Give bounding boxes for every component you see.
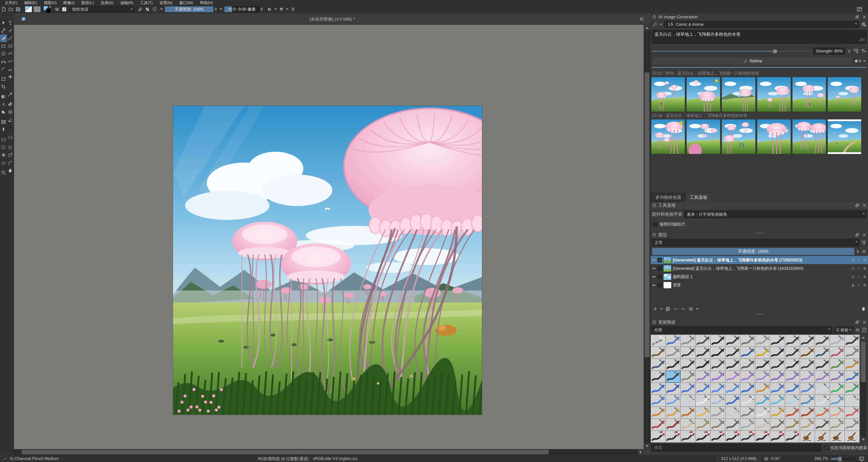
wrap-around-mode-button[interactable] [289, 6, 297, 13]
tool-multibrush[interactable] [7, 65, 14, 73]
brush-preset-3-12[interactable] [830, 371, 845, 382]
strength-slider-handle[interactable] [773, 49, 777, 53]
brush-preset-0-13[interactable] [845, 335, 860, 347]
tool-select-similar[interactable] [7, 151, 14, 159]
mirror-horizontal-button[interactable] [266, 6, 273, 13]
brush-preset-3-2[interactable] [681, 371, 695, 382]
brush-preset-1-11[interactable] [815, 347, 830, 359]
brush-preset-5-11[interactable] [815, 395, 830, 407]
menu-item-3[interactable]: 图像(I) [60, 0, 78, 6]
brush-preset-0-0[interactable] [651, 335, 665, 347]
brush-preset-0-12[interactable] [830, 335, 845, 347]
inherit-alpha-icon[interactable]: α [857, 258, 861, 262]
layer-thumbnail[interactable] [663, 257, 672, 264]
history-thumbnail-0-2[interactable] [722, 77, 755, 112]
swap-colors-icon[interactable]: ⇅ [49, 5, 51, 9]
blending-mode-dropdown[interactable]: 线性加深 [70, 6, 135, 12]
brush-preset-1-0[interactable] [651, 347, 665, 359]
brush-preset-8-12[interactable] [830, 431, 845, 442]
brush-preset-7-10[interactable] [800, 419, 815, 431]
brush-preset-5-8[interactable] [770, 395, 785, 407]
brush-preset-7-2[interactable] [681, 419, 695, 431]
brush-preset-0-2[interactable] [681, 335, 695, 347]
background-color-swatch[interactable] [46, 8, 51, 13]
brush-preset-0-8[interactable] [770, 335, 785, 347]
tool-smart-patch[interactable] [7, 100, 14, 108]
brush-preset-7-11[interactable] [815, 419, 830, 431]
tool-dynamic-brush[interactable] [0, 65, 7, 73]
snap-assistants-checkbox[interactable] [653, 222, 657, 226]
queue-caret[interactable] [863, 60, 866, 62]
layer-select-checkbox[interactable] [657, 258, 662, 262]
mirror-horizontal-caret[interactable] [274, 8, 277, 10]
brush-preset-2-6[interactable] [740, 359, 755, 371]
brush-preset-4-8[interactable] [770, 382, 785, 395]
brush-preset-6-5[interactable] [725, 407, 740, 419]
workspace-chooser-button[interactable] [856, 6, 863, 13]
splitter-handle[interactable]: •••••• [651, 313, 868, 315]
move-layer-down-icon[interactable] [673, 306, 678, 312]
brush-presets-docker-header[interactable]: 笔刷预设 [651, 319, 868, 326]
brush-preset-5-4[interactable] [710, 395, 725, 407]
brush-preset-2-9[interactable] [785, 359, 800, 371]
layer-lock-icon[interactable] [851, 283, 855, 287]
brush-preset-4-12[interactable] [830, 382, 845, 395]
layer-row-3[interactable]: 背景α [651, 281, 868, 289]
brush-preset-4-3[interactable] [695, 382, 710, 395]
brush-search-input[interactable] [652, 444, 822, 452]
brush-preset-5-3[interactable] [695, 395, 710, 407]
layer-select-checkbox[interactable] [657, 283, 662, 287]
menu-item-1[interactable]: 编辑(E) [21, 0, 40, 6]
zoom-slider[interactable] [831, 458, 856, 460]
brush-preset-1-5[interactable] [725, 347, 740, 359]
tool-edit-shapes[interactable] [0, 27, 7, 34]
brush-preset-8-9[interactable] [785, 431, 800, 442]
delete-layer-icon[interactable] [861, 306, 866, 312]
history-thumbnail-1-3[interactable] [757, 119, 791, 154]
pattern-chooser[interactable] [33, 6, 41, 12]
layer-blend-mode-dropdown[interactable]: 正常 [652, 239, 859, 246]
menu-item-5[interactable]: 选择(S) [97, 0, 117, 6]
menu-item-7[interactable]: 工具(T) [136, 0, 156, 6]
brush-preset-7-6[interactable] [740, 419, 755, 431]
scroll-up-button[interactable] [644, 25, 650, 31]
brush-preset-2-13[interactable] [845, 359, 860, 371]
layer-row-2[interactable]: 颜料图层 1α [651, 273, 868, 281]
ai-settings-icon[interactable] [861, 22, 867, 27]
brush-preset-4-13[interactable] [845, 382, 860, 395]
tool-select-rectangular[interactable] [0, 136, 7, 143]
tool-select-contiguous[interactable] [0, 151, 7, 159]
brush-preset-1-10[interactable] [800, 347, 815, 359]
vertical-scroll-thumb[interactable] [645, 72, 650, 357]
brush-preset-8-7[interactable] [755, 431, 770, 442]
layer-lock-icon[interactable] [851, 275, 855, 279]
canvas-rotation-icon[interactable] [763, 456, 769, 462]
history-thumbnail-0-3[interactable] [757, 77, 791, 112]
brush-preset-6-10[interactable] [800, 407, 815, 419]
inherit-alpha-icon[interactable]: α [857, 275, 861, 279]
brush-preset-8-1[interactable] [665, 431, 681, 442]
layer-select-checkbox[interactable] [657, 266, 662, 271]
layer-options-icon[interactable] [861, 249, 867, 254]
menu-item-4[interactable]: 图层(L) [78, 0, 97, 6]
layer-thumbnail[interactable] [663, 282, 672, 288]
brush-preset-1-4[interactable] [710, 347, 725, 359]
tag-button[interactable]: 标签 [834, 326, 854, 334]
canvas-artwork[interactable] [173, 106, 482, 415]
brush-preset-5-10[interactable] [800, 395, 815, 407]
zoom-slider-handle[interactable] [838, 457, 842, 461]
brush-size-spinner[interactable] [260, 6, 264, 12]
brush-preset-4-2[interactable] [681, 382, 695, 395]
layer-visibility-icon[interactable] [652, 258, 656, 262]
fit-screen-icon[interactable] [859, 456, 865, 462]
brush-preset-0-5[interactable] [725, 335, 740, 347]
brush-preset-7-12[interactable] [830, 419, 845, 431]
brush-preset-2-4[interactable] [710, 359, 725, 371]
brush-preset-8-8[interactable] [770, 431, 785, 442]
layers-docker-header[interactable]: 图层 [651, 232, 868, 238]
layer-properties-caret[interactable] [696, 308, 699, 310]
opacity-spinner[interactable] [214, 6, 218, 12]
scroll-right-button[interactable] [638, 449, 644, 455]
brush-preset-3-7[interactable] [755, 371, 770, 382]
brush-preset-1-6[interactable] [740, 347, 755, 359]
